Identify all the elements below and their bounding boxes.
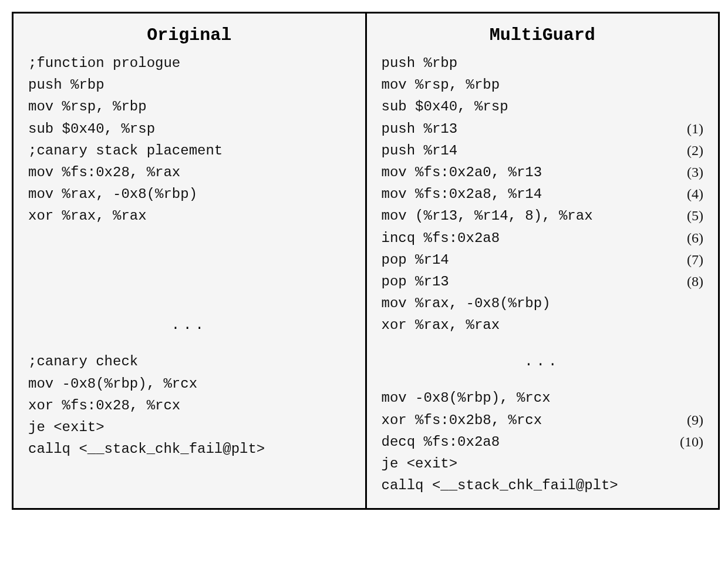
code-line: ;canary stack placement bbox=[28, 140, 350, 162]
code-line: je <exit> bbox=[28, 416, 350, 438]
code-line: mov -0x8(%rbp), %rcx bbox=[28, 373, 350, 395]
code-line: ;canary check bbox=[28, 351, 350, 372]
code-line: mov %rax, -0x8(%rbp) bbox=[28, 183, 350, 205]
line-number: (3) bbox=[687, 162, 703, 183]
line-number: (9) bbox=[687, 409, 703, 431]
code-line: push %r13(1) bbox=[382, 118, 704, 140]
code-line: xor %fs:0x2b8, %rcx(9) bbox=[382, 409, 704, 431]
code-line: xor %fs:0x28, %rcx bbox=[28, 395, 350, 416]
line-number: (2) bbox=[687, 140, 703, 162]
ellipsis: ... bbox=[382, 354, 704, 369]
ellipsis: ... bbox=[28, 317, 350, 333]
line-number: (1) bbox=[687, 118, 703, 140]
code-line: pop %r13(8) bbox=[382, 271, 704, 292]
code-line: sub $0x40, %rsp bbox=[28, 118, 350, 140]
code-line: decq %fs:0x2a8(10) bbox=[382, 431, 704, 453]
multiguard-code-bottom: mov -0x8(%rbp), %rcx xor %fs:0x2b8, %rcx… bbox=[382, 387, 704, 496]
code-line: mov %fs:0x28, %rax bbox=[28, 162, 350, 183]
code-line: push %r14(2) bbox=[382, 140, 704, 162]
code-line: xor %rax, %rax bbox=[28, 205, 350, 227]
code-line: incq %fs:0x2a8(6) bbox=[382, 227, 704, 249]
code-line: mov %rax, -0x8(%rbp) bbox=[382, 292, 704, 314]
code-line: push %rbp bbox=[28, 74, 350, 96]
code-line: callq <__stack_chk_fail@plt> bbox=[382, 475, 704, 496]
code-line: sub $0x40, %rsp bbox=[382, 96, 704, 117]
line-number: (6) bbox=[687, 227, 703, 249]
line-number: (10) bbox=[680, 431, 703, 453]
code-line: mov %rsp, %rbp bbox=[382, 74, 704, 96]
line-number: (4) bbox=[687, 183, 703, 205]
multiguard-panel: MultiGuard push %rbp mov %rsp, %rbp sub … bbox=[367, 14, 719, 508]
code-line: mov -0x8(%rbp), %rcx bbox=[382, 387, 704, 409]
line-number: (8) bbox=[687, 271, 703, 292]
code-line: xor %rax, %rax bbox=[382, 314, 704, 336]
code-line: mov %rsp, %rbp bbox=[28, 96, 350, 117]
code-line: callq <__stack_chk_fail@plt> bbox=[28, 438, 350, 460]
code-line: mov %fs:0x2a8, %r14(4) bbox=[382, 183, 704, 205]
original-title: Original bbox=[28, 25, 350, 45]
code-line: mov (%r13, %r14, 8), %rax(5) bbox=[382, 205, 704, 227]
code-comparison-figure: Original ;function prologue push %rbp mo… bbox=[12, 12, 720, 510]
code-line: ;function prologue bbox=[28, 52, 350, 74]
original-panel: Original ;function prologue push %rbp mo… bbox=[14, 14, 367, 508]
multiguard-code-top: push %rbp mov %rsp, %rbp sub $0x40, %rsp… bbox=[382, 52, 704, 336]
original-code-bottom: ;canary check mov -0x8(%rbp), %rcx xor %… bbox=[28, 351, 350, 460]
code-line: je <exit> bbox=[382, 453, 704, 475]
line-number: (7) bbox=[687, 249, 703, 271]
code-line: pop %r14(7) bbox=[382, 249, 704, 271]
code-line: push %rbp bbox=[382, 52, 704, 74]
line-number: (5) bbox=[687, 205, 703, 227]
code-line: mov %fs:0x2a0, %r13(3) bbox=[382, 162, 704, 183]
original-code-top: ;function prologue push %rbp mov %rsp, %… bbox=[28, 52, 350, 300]
multiguard-title: MultiGuard bbox=[382, 25, 704, 45]
